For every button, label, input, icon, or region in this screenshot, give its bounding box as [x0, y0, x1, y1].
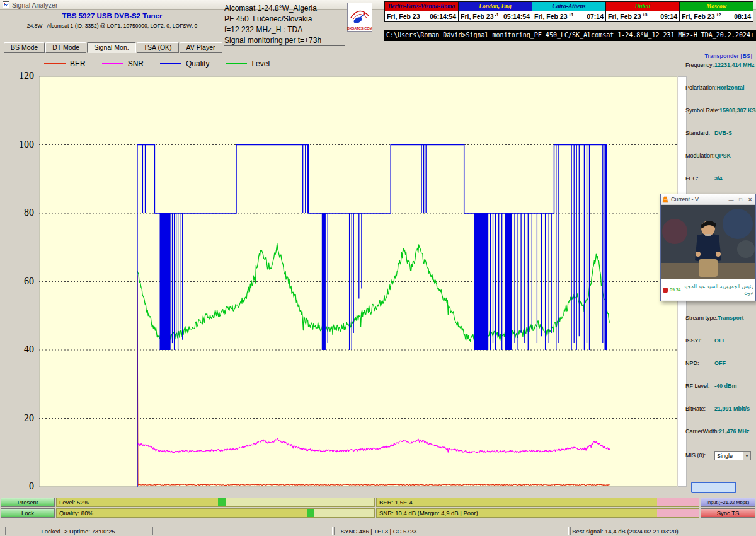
clock-dubai: DubaiFri, Feb 23+309:14: [605, 1, 680, 22]
bar-value-marker: [218, 498, 226, 506]
monitoring-line: Signal monitoring per t=+73h: [224, 35, 345, 46]
bar-danger-zone: [657, 509, 699, 517]
minimize-icon[interactable]: —: [727, 197, 735, 202]
snr-label: SNR: 10,4 dB (Margin: 4,9 dB | Poor): [379, 509, 478, 517]
panel-footer-button[interactable]: [691, 482, 736, 493]
clock-date: Fri, Feb 23: [682, 13, 715, 20]
bar-danger-zone: [657, 498, 699, 506]
input-indicator: Input (~21,02 Mbps): [701, 498, 755, 507]
clock-time: Fri, Feb 23+107:14: [532, 11, 605, 21]
vlc-cone-icon: [662, 196, 668, 203]
mis-dropdown[interactable]: Single▼: [714, 451, 751, 460]
video-frame[interactable]: [661, 205, 755, 279]
bar-remainder: [311, 509, 374, 517]
monitoring-header: Alcomsat 1-24.8°W_Algeria PF 450_Lučenec…: [224, 3, 345, 46]
mode-tabs: BS ModeDT ModeSignal Mon.TSA (OK)AV Play…: [4, 42, 223, 53]
quality-label: Quality: 80%: [59, 509, 93, 517]
clock-hms: 07:14: [587, 13, 604, 20]
chevron-down-icon[interactable]: ▼: [743, 452, 750, 460]
frequency-line: f=12 232 MHz_H : TDA: [224, 25, 345, 35]
statusbar: Locked -> Uptime: 73:00:25 SYNC 486 | TE…: [0, 525, 756, 536]
transponder-value: Transport: [718, 315, 744, 321]
transponder-value: 12231,414 MHz: [714, 62, 755, 68]
transponder-row-rf-level: RF Level:-40 dBm: [683, 382, 756, 404]
tab-bs-mode[interactable]: BS Mode: [4, 42, 45, 53]
clock-hms: 08:14: [734, 13, 751, 20]
clock-time: Fri, Feb 2306:14:54: [385, 11, 458, 21]
transponder-value: OFF: [714, 360, 726, 366]
clock-time: Fri, Feb 23+309:14: [606, 11, 679, 21]
transponder-label: Frequency:: [685, 62, 714, 68]
transponder-row-bitrate: BitRate:21,991 Mbit/s: [683, 404, 756, 427]
station-line: PF 450_Lučenec/Slovakia: [224, 14, 345, 25]
quality-bar: Quality: 80%: [56, 508, 375, 518]
transponder-value: 21,476 MHz: [719, 428, 750, 434]
transponder-value: 3/4: [714, 175, 723, 182]
legend-label: Quality: [186, 59, 209, 68]
transponder-label: Modulation:: [685, 153, 715, 159]
clock-time: Fri, Feb 23-105:14:54: [459, 11, 532, 21]
transponder-label: RF Level:: [685, 383, 714, 389]
clock-london-eng: London, EngFri, Feb 23-105:14:54: [458, 1, 532, 22]
video-player-window[interactable]: Current - V... — □ ✕ 09:34 رئيس الجمهوري…: [660, 194, 756, 301]
level-bar: Level: 52%: [56, 498, 375, 507]
tab-dt-mode[interactable]: DT Mode: [45, 42, 86, 53]
statusbar-spacer-1: [152, 527, 333, 535]
clock-hms: 09:14: [660, 13, 677, 20]
lock-indicator: Lock: [1, 508, 55, 518]
maximize-icon[interactable]: □: [736, 197, 745, 202]
transponder-title: Transponder [BS]: [683, 53, 756, 61]
transponder-label: NPD:: [685, 360, 714, 366]
legend-item-ber: BER: [44, 59, 86, 68]
tuner-name: TBS 5927 USB DVB-S2 Tuner: [4, 12, 220, 20]
y-tick-40: 40: [4, 344, 34, 355]
transponder-row-frequency: Frequency:12231,414 MHz: [683, 61, 756, 83]
transponder-label: BitRate:: [685, 405, 714, 412]
video-caption: 09:34 رئيس الجمهورية السيد عبد المجيد تب…: [661, 279, 755, 300]
transponder-row-carrierwidth: CarrierWidth:21,476 MHz: [683, 427, 756, 450]
transponder-row-symbol-rate: Symbol Rate:15908,307 KS/s: [683, 106, 756, 129]
transponder-value: Horizontal: [717, 84, 745, 91]
transponder-label: CarrierWidth:: [685, 428, 719, 434]
close-icon[interactable]: ✕: [746, 197, 754, 202]
transponder-label: FEC:: [685, 175, 714, 182]
transponder-row-standard: Standard:DVB-S: [683, 129, 756, 151]
clock-cairo-athens: Cairo-AthensFri, Feb 23+107:14: [532, 1, 606, 22]
tab-av-player[interactable]: AV Player: [180, 42, 222, 53]
statusbar-spacer-2: [425, 527, 569, 535]
clock-date: Fri, Feb 23: [387, 13, 420, 20]
statusbar-spacer-3: [682, 527, 752, 535]
signal-chart: [39, 76, 677, 487]
ber-label: BER: 1,5E-4: [379, 498, 413, 506]
legend-line-icon: [226, 63, 247, 64]
transponder-row-mis-0: MIS (0):Single▼: [683, 450, 756, 472]
legend-label: SNR: [128, 59, 144, 68]
legend-item-quality: Quality: [160, 59, 209, 68]
clock-utc-offset: +1: [569, 13, 574, 17]
transponder-value: 21,991 Mbit/s: [714, 405, 750, 412]
legend-item-snr: SNR: [102, 59, 144, 68]
legend-label: BER: [70, 59, 86, 68]
present-indicator: Present: [1, 498, 55, 507]
video-title: Current - V...: [671, 196, 726, 202]
tuner-detail: 24.8W - Alcomsat 1 (ID: 3352) @ LOF1: 10…: [4, 23, 220, 29]
satellite-line: Alcomsat 1-24.8°W_Algeria: [224, 3, 345, 14]
transponder-row-issyi: ISSYI:OFF: [683, 336, 756, 359]
tab-signal-mon[interactable]: Signal Mon.: [87, 42, 135, 53]
dxsatcs-logo: DXSATCS.COM: [347, 3, 372, 32]
app-icon: [3, 1, 9, 8]
video-titlebar[interactable]: Current - V... — □ ✕: [661, 194, 755, 205]
bar-value-marker: [307, 509, 314, 517]
tab-tsa-ok[interactable]: TSA (OK): [137, 42, 179, 53]
y-tick-20: 20: [4, 412, 34, 424]
clock-city-label: London, Eng: [459, 2, 532, 11]
mis-value: Single: [715, 453, 743, 459]
transponder-value: DVB-S: [714, 130, 732, 136]
transponder-label: Polarization:: [685, 84, 717, 91]
clock-hms: 05:14:54: [503, 13, 530, 20]
clock-city-label: Dubai: [606, 2, 679, 11]
statusbar-best-signal: Best signal: 14,4 dB (2024-02-21 03:20): [570, 527, 680, 535]
clock-city-label: Berlin-Paris-Vienna-Roma: [385, 2, 458, 11]
clock-date: Fri, Feb 23: [461, 13, 494, 20]
clock-date: Fri, Feb 23: [608, 13, 641, 20]
